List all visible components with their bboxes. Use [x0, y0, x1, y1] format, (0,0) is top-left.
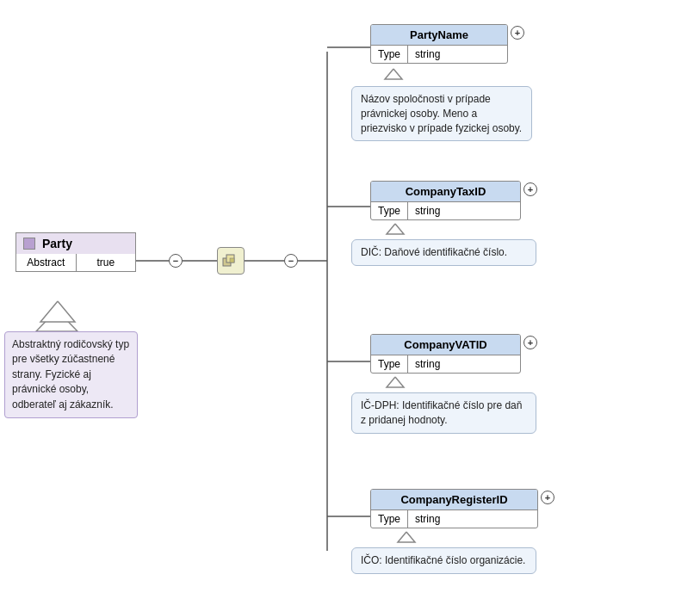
partyname-comment: Názov spoločnosti v prípade právnickej o…	[351, 86, 532, 141]
hub-icon	[222, 252, 239, 269]
companytaxid-inherit-arrow	[385, 222, 406, 236]
diagram: Party Abstract true Abstraktný rodičovsk…	[0, 0, 700, 599]
party-body: Abstract true	[15, 254, 136, 272]
companyregisterid-node: CompanyRegisterID Type string	[370, 489, 538, 528]
companyregisterid-type-value: string	[408, 510, 447, 528]
abstract-label: Abstract	[16, 254, 77, 271]
companyvatid-row: Type string	[371, 355, 520, 373]
partyname-inherit-arrow	[383, 67, 404, 81]
partyname-plus-button[interactable]: +	[511, 26, 524, 40]
companytaxid-type-label: Type	[371, 202, 408, 219]
hub-node	[217, 247, 245, 275]
companyvatid-plus-button[interactable]: +	[523, 336, 537, 349]
companytaxid-node: CompanyTaxID Type string	[370, 181, 521, 220]
party-header: Party	[15, 232, 136, 254]
party-desc-text: Abstraktný rodičovský typ pre všetky zúč…	[12, 338, 129, 411]
svg-rect-13	[230, 258, 234, 262]
partyname-type-label: Type	[371, 46, 408, 63]
companyvatid-type-label: Type	[371, 355, 408, 373]
companyvatid-title: CompanyVATID	[371, 335, 520, 355]
companyvatid-inherit-arrow	[385, 375, 406, 389]
abstract-value: true	[77, 254, 136, 271]
partyname-node: PartyName Type string	[370, 24, 508, 64]
party-node: Party Abstract true	[15, 232, 136, 272]
party-title: Party	[42, 237, 72, 250]
companytaxid-type-value: string	[408, 202, 447, 219]
companytaxid-comment: DIČ: Daňové identifikačné číslo.	[351, 239, 536, 266]
companyregisterid-title: CompanyRegisterID	[371, 490, 537, 510]
companyregisterid-comment: IČO: Identifikačné číslo organizácie.	[351, 547, 536, 574]
partyname-type-value: string	[408, 46, 447, 63]
companyregisterid-row: Type string	[371, 510, 537, 528]
companyregisterid-type-label: Type	[371, 510, 408, 528]
companyregisterid-plus-button[interactable]: +	[541, 491, 554, 504]
partyname-row: Type string	[371, 46, 507, 63]
inherit-arrow	[39, 300, 77, 324]
companyregisterid-inherit-arrow	[396, 530, 417, 544]
companytaxid-row: Type string	[371, 202, 520, 219]
connector-layer	[0, 0, 700, 599]
companyvatid-comment: IČ-DPH: Identifikačné číslo pre daň z pr…	[351, 392, 536, 434]
hub-minus-button[interactable]: −	[284, 254, 298, 268]
companyvatid-node: CompanyVATID Type string	[370, 334, 521, 374]
party-description: Abstraktný rodičovský typ pre všetky zúč…	[4, 331, 138, 418]
companytaxid-title: CompanyTaxID	[371, 182, 520, 202]
party-icon	[23, 238, 35, 250]
partyname-title: PartyName	[371, 25, 507, 46]
party-minus-button[interactable]: −	[169, 254, 183, 268]
companytaxid-plus-button[interactable]: +	[523, 182, 537, 196]
companyvatid-type-value: string	[408, 355, 447, 373]
